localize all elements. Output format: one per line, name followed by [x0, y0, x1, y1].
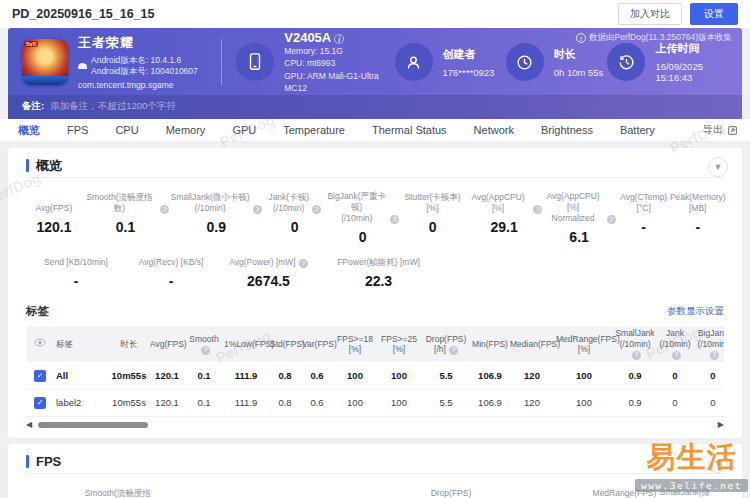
- help-icon[interactable]: ?: [710, 351, 719, 360]
- device-memory: Memory: 15.1G: [284, 45, 394, 57]
- value-cell: 120.1: [149, 389, 185, 416]
- metric: Stutter(卡顿率) [%]0: [399, 191, 465, 245]
- column-header: Std(FPS): [269, 326, 301, 362]
- settings-button[interactable]: 设置: [690, 3, 738, 25]
- help-icon[interactable]: ?: [390, 215, 399, 224]
- column-header: BigJank (/10min)?: [693, 326, 724, 362]
- tab-temperature[interactable]: Temperature: [283, 124, 345, 136]
- metric-label: Drop(FPS) [/h]?: [427, 487, 486, 498]
- metric-value: 0.1: [82, 219, 169, 235]
- help-icon[interactable]: ?: [533, 205, 542, 214]
- device-gpu: GPU: ARM Mali-G1-Ultra MC12: [284, 70, 394, 95]
- help-icon[interactable]: ?: [160, 205, 169, 214]
- help-icon[interactable]: ?: [672, 351, 681, 360]
- value-cell: 0.8: [269, 389, 301, 416]
- device-info: V2405A i Memory: 15.1G CPU: mt6993 GPU: …: [236, 30, 394, 94]
- creator-label: 创建者: [443, 47, 495, 62]
- note-field[interactable]: 备注: 添加备注，不超过1200个字符: [8, 95, 742, 119]
- metric: MedRange(FPS)[%]100: [591, 487, 657, 498]
- checkbox[interactable]: [34, 397, 46, 409]
- export-button[interactable]: 导出: [703, 119, 738, 141]
- metric: FPS>=18 [%]100: [316, 487, 372, 498]
- game-badge: 5v5: [24, 41, 38, 47]
- add-to-compare-button[interactable]: 加入对比: [618, 3, 682, 25]
- collapse-overview-button[interactable]: ▼: [708, 157, 728, 177]
- help-icon[interactable]: ?: [253, 205, 262, 214]
- creator-info: 创建者 176****0923: [395, 43, 506, 81]
- tab-bar: 概览FPSCPUMemoryGPUTemperatureThermal Stat…: [0, 119, 750, 142]
- help-icon[interactable]: ?: [607, 215, 616, 224]
- column-header: Min(FPS): [471, 326, 509, 362]
- help-icon[interactable]: ?: [632, 351, 641, 360]
- tab-cpu[interactable]: CPU: [115, 124, 138, 136]
- collected-by: i 数据由PerfDog(11.3.250764)版本收集: [576, 32, 732, 44]
- metric-label: Min(FPS): [487, 487, 536, 498]
- metric: Avg(CTemp)[°C]-: [616, 191, 672, 245]
- metric-value: -: [126, 273, 216, 289]
- column-header: MedRange(FPS)[%]: [555, 326, 613, 362]
- report-title: PD_20250916_15_16_15: [12, 7, 155, 21]
- device-info-icon[interactable]: i: [334, 34, 344, 44]
- tab-thermal-status[interactable]: Thermal Status: [372, 124, 447, 136]
- column-header: 标签: [54, 326, 109, 362]
- tab-memory[interactable]: Memory: [166, 124, 206, 136]
- metric: BigJank(严重卡顿) (/10min)?0: [326, 191, 399, 245]
- tab-battery[interactable]: Battery: [620, 124, 655, 136]
- metric: Avg(AppCPU) [%]?29.1: [466, 191, 543, 245]
- value-cell: 0.8: [269, 362, 301, 389]
- device-name: V2405A: [284, 30, 331, 45]
- tab-network[interactable]: Network: [474, 124, 514, 136]
- scrollbar-thumb[interactable]: [38, 422, 148, 428]
- column-header: Jank (/10min)?: [657, 326, 693, 362]
- clock-icon: [506, 43, 544, 81]
- game-package: com.tencent.tmgp.sgame: [78, 80, 219, 90]
- metric-value: 29.1: [466, 219, 543, 235]
- history-clock-icon: [607, 43, 645, 81]
- help-icon[interactable]: ?: [312, 205, 321, 214]
- tab-brightness[interactable]: Brightness: [541, 124, 593, 136]
- metric: 1%Low(FPS)111.9: [166, 487, 225, 498]
- value-cell: 100: [333, 362, 377, 389]
- phone-icon: [236, 43, 274, 81]
- metric: Std(FPS)0.8: [225, 487, 270, 498]
- overview-metrics-row2: Send [KB/10min]-Avg(Recv) [KB/s]-Avg(Pow…: [26, 257, 724, 289]
- note-placeholder: 添加备注，不超过1200个字符: [50, 100, 176, 113]
- value-cell: 10m55s: [109, 389, 149, 416]
- table-row: All10m55s120.10.1111.90.80.61001005.5106…: [26, 362, 724, 389]
- metric-label: Smooth(流畅度指数)?: [82, 191, 169, 214]
- value-cell: 106.9: [471, 362, 509, 389]
- help-icon[interactable]: ?: [201, 346, 210, 355]
- scroll-right-arrow[interactable]: ▶: [718, 421, 724, 429]
- labels-table-body: All10m55s120.10.1111.90.80.61001005.5106…: [26, 362, 724, 416]
- checkbox[interactable]: [34, 370, 46, 382]
- metric: Avg(Power) [mW]?2674.5: [216, 257, 321, 289]
- metric-value: 22.3: [321, 273, 436, 289]
- help-icon[interactable]: ?: [299, 259, 308, 268]
- top-bar: PD_20250916_15_16_15 加入对比 设置: [0, 0, 750, 28]
- value-cell: 100: [377, 389, 421, 416]
- eye-icon: [34, 338, 46, 347]
- metric: Avg(AppCPU) [%] Normalized?6.1: [542, 191, 615, 245]
- overview-metrics-row1: Avg(FPS)120.1Smooth(流畅度指数)?0.1SmallJank(…: [26, 191, 724, 245]
- value-cell: 106.9: [471, 389, 509, 416]
- tab-overview[interactable]: 概览: [18, 123, 40, 138]
- metric-label: Std(FPS): [225, 487, 270, 498]
- duration-info: 时长 0h 10m 55s: [506, 43, 608, 81]
- value-cell: 5.5: [421, 362, 471, 389]
- tab-fps[interactable]: FPS: [67, 124, 88, 136]
- param-display-settings-link[interactable]: 参数显示设置: [667, 305, 724, 318]
- metric-label: Peak(Memory) [MB]: [672, 191, 724, 214]
- metric-value: 6.1: [542, 229, 615, 245]
- scroll-left-arrow[interactable]: ◀: [26, 421, 32, 429]
- value-cell: 0.6: [301, 389, 333, 416]
- label-name-cell: label2: [54, 389, 109, 416]
- help-icon[interactable]: ?: [449, 346, 458, 355]
- fps-section: FPS ▼ Avg(FPS)120.1Smooth(流畅度指数)?0.11%Lo…: [8, 444, 742, 498]
- labels-table-wrap: 标签时长Avg(FPS)Smooth?1%Low(FPS)Std(FPS)Var…: [26, 326, 724, 417]
- tab-gpu[interactable]: GPU: [232, 124, 256, 136]
- checkbox-cell: [26, 389, 54, 416]
- tab-bar-items: 概览FPSCPUMemoryGPUTemperatureThermal Stat…: [18, 123, 682, 138]
- metric-label: 1%Low(FPS): [166, 487, 225, 498]
- collapse-fps-button[interactable]: ▼: [708, 453, 728, 473]
- metric-label: Var(FPS): [270, 487, 315, 498]
